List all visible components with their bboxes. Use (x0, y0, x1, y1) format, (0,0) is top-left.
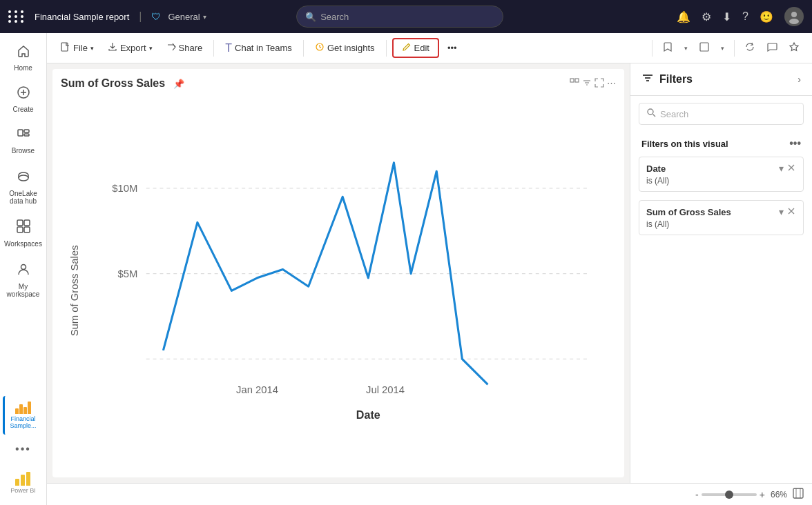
chart-expand-icon[interactable] (594, 78, 604, 90)
toolbar-divider-2 (303, 40, 304, 57)
bottom-bar: - + 66% (47, 483, 812, 505)
settings-icon[interactable]: ⚙ (702, 10, 711, 23)
filters-search-icon (646, 108, 656, 120)
sidebar-item-financial[interactable]: Financial Sample... (3, 396, 44, 435)
filters-section-more-icon[interactable]: ••• (789, 137, 801, 150)
edit-label: Edit (414, 43, 429, 53)
svg-line-35 (653, 115, 656, 117)
filter-grosssales-chevron-icon[interactable]: ▾ (779, 206, 784, 218)
chart-focus-icon[interactable] (570, 78, 579, 90)
zoom-in-button[interactable]: + (760, 489, 765, 500)
pin-icon[interactable]: 📌 (173, 79, 184, 89)
insights-label: Get insights (327, 43, 375, 53)
sidebar-item-myworkspace[interactable]: My workspace (3, 256, 44, 304)
filters-section-header: Filters on this visual ••• (630, 132, 812, 152)
get-insights-button[interactable]: Get insights (309, 39, 380, 57)
powerbi-label: Power BI (10, 487, 36, 494)
app-title: Financial Sample report (35, 12, 129, 22)
svg-text:$5M: $5M (117, 268, 137, 279)
avatar[interactable] (784, 7, 804, 26)
create-icon (17, 86, 30, 103)
chart-title: Sum of Gross Sales (61, 77, 165, 90)
sidebar-item-browse[interactable]: Browse (3, 121, 44, 160)
filter-card-grosssales: Sum of Gross Sales ▾ is (All) (639, 200, 804, 235)
fit-button[interactable] (793, 488, 804, 501)
chat-in-teams-button[interactable]: T Chat in Teams (220, 39, 298, 57)
svg-rect-11 (17, 227, 23, 232)
search-input[interactable] (320, 12, 494, 22)
edit-button[interactable]: Edit (392, 38, 439, 58)
refresh-button[interactable] (740, 39, 760, 58)
download-icon[interactable]: ⬇ (722, 10, 731, 23)
filters-expand-icon[interactable]: › (798, 74, 801, 85)
zoom-thumb[interactable] (725, 491, 733, 499)
svg-rect-16 (700, 43, 708, 51)
filter-card-grosssales-header: Sum of Gross Sales ▾ (646, 206, 796, 218)
reading-view-button[interactable] (695, 39, 714, 58)
filter-date-value: is (All) (646, 176, 796, 186)
browse-icon (17, 127, 30, 144)
zoom-slider[interactable] (702, 493, 757, 496)
feedback-icon[interactable]: 🙂 (760, 10, 773, 23)
filter-date-clear-icon[interactable] (786, 163, 796, 175)
global-search-bar[interactable]: 🔍 (296, 6, 503, 28)
file-button[interactable]: File ▾ (55, 39, 99, 57)
view-chevron-icon[interactable]: ▾ (680, 42, 692, 55)
filter-grosssales-clear-icon[interactable] (786, 206, 796, 218)
comment-button[interactable] (762, 39, 782, 58)
chart-filter-icon[interactable] (582, 78, 592, 90)
apps-launcher[interactable] (8, 10, 25, 23)
chart-area: Sum of Gross Sales 📌 ⋯ (52, 69, 624, 477)
more-options-button[interactable]: ••• (442, 40, 463, 56)
zoom-out-button[interactable]: - (695, 489, 699, 500)
svg-point-0 (791, 12, 797, 17)
export-button[interactable]: Export ▾ (102, 39, 158, 57)
filter-card-date: Date ▾ is (All) (639, 157, 804, 192)
filters-title: Filters (659, 73, 798, 86)
svg-text:Sum of Gross Sales: Sum of Gross Sales (69, 245, 80, 336)
chart-title-row: Sum of Gross Sales 📌 ⋯ (61, 77, 616, 90)
more-icon: ••• (15, 443, 31, 455)
filter-card-date-header: Date ▾ (646, 163, 796, 175)
notifications-icon[interactable]: 🔔 (677, 10, 690, 23)
sidebar: Home Create Browse OneLake data hub Work… (0, 33, 47, 505)
filters-search-input[interactable] (660, 109, 796, 119)
filters-icon (641, 72, 654, 87)
svg-rect-9 (17, 220, 23, 226)
financial-chart-icon (15, 402, 31, 414)
sidebar-label-create: Create (12, 106, 33, 113)
main-area: File ▾ Export ▾ Share T Chat in Teams (47, 33, 812, 505)
svg-rect-12 (24, 227, 30, 232)
bookmark-button[interactable] (658, 39, 677, 58)
sidebar-item-more[interactable]: ••• (3, 437, 44, 461)
filters-search-box[interactable] (639, 103, 804, 125)
nav-icons-group: 🔔 ⚙ ⬇ ? 🙂 (677, 7, 804, 26)
sidebar-item-create[interactable]: Create (3, 80, 44, 119)
sidebar-item-onelake[interactable]: OneLake data hub (3, 163, 44, 210)
svg-rect-18 (575, 79, 579, 82)
svg-rect-7 (24, 134, 29, 136)
toolbar-divider-1 (213, 40, 214, 57)
favorite-button[interactable] (784, 39, 804, 58)
share-button[interactable]: Share (161, 39, 209, 57)
svg-rect-17 (570, 79, 574, 82)
powerbi-logo[interactable]: Power BI (8, 466, 39, 499)
svg-rect-14 (61, 43, 68, 51)
export-label: Export (120, 43, 146, 53)
svg-rect-5 (18, 130, 23, 136)
sidebar-item-home[interactable]: Home (3, 39, 44, 77)
toolbar-right: ▾ ▾ (649, 39, 804, 58)
sidebar-label-browse: Browse (12, 147, 35, 155)
chevron-down-icon: ▾ (203, 13, 206, 21)
help-icon[interactable]: ? (742, 10, 748, 23)
sidebar-label-home: Home (14, 64, 32, 72)
sidebar-item-workspaces[interactable]: Workspaces (3, 213, 44, 253)
view-mode-chevron-icon[interactable]: ▾ (717, 42, 728, 55)
workspace-label: General (168, 12, 200, 22)
workspace-selector[interactable]: General ▾ (168, 12, 206, 22)
more-icon: ••• (447, 43, 457, 53)
zoom-level: 66% (771, 490, 787, 499)
chart-more-icon[interactable]: ⋯ (607, 78, 616, 90)
teams-icon: T (225, 42, 232, 55)
filter-date-chevron-icon[interactable]: ▾ (779, 163, 784, 175)
